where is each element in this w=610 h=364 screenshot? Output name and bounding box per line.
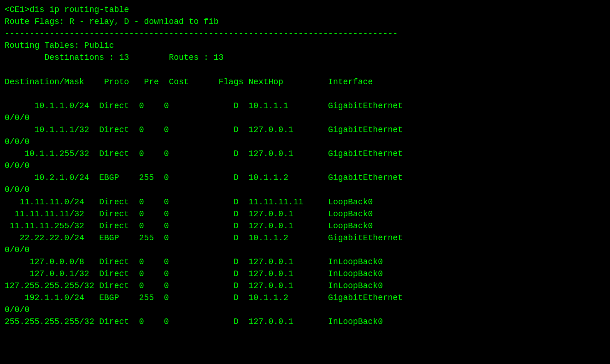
terminal-output: <CE1>dis ip routing-table Route Flags: R… <box>5 4 605 328</box>
